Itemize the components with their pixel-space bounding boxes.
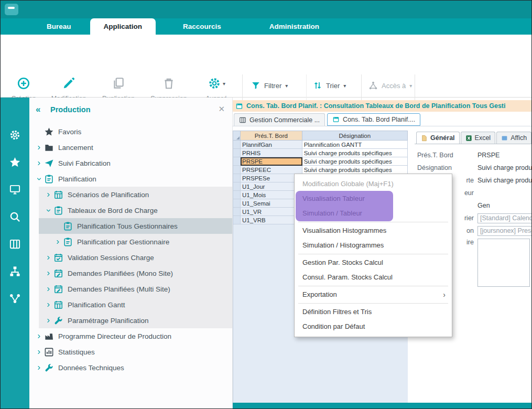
column-header-designation[interactable]: Désignation bbox=[302, 131, 408, 141]
cell-pres-t-bord[interactable]: PRSPESe bbox=[241, 174, 302, 182]
modules-dashboard-icon[interactable] bbox=[9, 238, 21, 250]
active-cell-prspe[interactable]: PRSPE bbox=[241, 157, 302, 166]
chevron-right-icon[interactable] bbox=[43, 303, 53, 307]
doc-tab-gestion-commerciale[interactable]: Gestion Commerciale ... bbox=[234, 113, 325, 126]
row-selector-cell[interactable] bbox=[233, 191, 241, 199]
cell-designation[interactable]: Suivi charge produits spécifiques bbox=[302, 157, 408, 166]
cell-pres-t-bord[interactable]: U1_VRB bbox=[241, 216, 302, 224]
trier-button[interactable]: Trier ▾ bbox=[313, 79, 346, 92]
menu-tab-application[interactable]: Application bbox=[90, 18, 156, 35]
calendar-grid-icon bbox=[53, 300, 63, 310]
tree-item-statistiques[interactable]: Statistiques bbox=[29, 344, 232, 360]
row-selector-cell[interactable] bbox=[233, 166, 241, 174]
cell-designation[interactable]: Suivi charge produits spécifiques bbox=[302, 166, 408, 174]
chevron-right-icon[interactable] bbox=[43, 192, 53, 197]
cell-pres-t-bord[interactable]: PlannifGan bbox=[241, 141, 302, 149]
tree-item-validation-sessions-charge[interactable]: Validation Sessions Charge bbox=[29, 250, 232, 265]
table-row[interactable]: PRSPEEC Suivi charge produits spécifique… bbox=[233, 166, 408, 174]
settings-gear-icon[interactable] bbox=[9, 129, 21, 141]
chevron-right-icon[interactable] bbox=[34, 365, 44, 370]
chevron-right-icon[interactable] bbox=[34, 350, 44, 354]
chevron-down-icon[interactable] bbox=[43, 208, 53, 213]
workflow-icon[interactable] bbox=[9, 293, 21, 305]
column-header-pres-t-bord[interactable]: Prés.T. Bord bbox=[241, 131, 302, 141]
cell-pres-t-bord[interactable]: PRSPEEC bbox=[241, 166, 302, 174]
chevron-right-icon[interactable] bbox=[34, 161, 44, 166]
chevron-right-icon[interactable] bbox=[43, 318, 53, 323]
cell-pres-t-bord[interactable]: U1_Mois bbox=[241, 191, 302, 199]
detail-tab-general[interactable]: Général bbox=[416, 132, 460, 144]
tree-item-planification[interactable]: Planification bbox=[29, 171, 232, 187]
tree-item-scenarios-de-planification[interactable]: Scénarios de Planification bbox=[29, 187, 232, 202]
table-row-selected[interactable]: PRSPE Suivi charge produits spécifiques bbox=[233, 157, 408, 166]
chevron-right-icon[interactable] bbox=[34, 145, 44, 150]
tree-item-tableaux-de-bord-de-charge[interactable]: Tableaux de Bord de Charge bbox=[29, 202, 232, 218]
menu-item-simulation-tableur[interactable]: Simulation / Tableur bbox=[295, 206, 452, 221]
tree-item-programme-directeur-de-production[interactable]: Programme Directeur de Production bbox=[29, 328, 232, 344]
tree-item-suivi-fabrication[interactable]: Suivi Fabrication bbox=[29, 155, 232, 171]
menu-tab-bureau[interactable]: Bureau bbox=[33, 18, 85, 35]
tree-item-demandes-planifiees-mono-site[interactable]: Demandes Planifiées (Mono Site) bbox=[29, 265, 232, 281]
select-all-corner[interactable] bbox=[233, 131, 241, 141]
menu-item-condition-par-defaut[interactable]: Condition par Défaut bbox=[295, 319, 452, 334]
exception-input[interactable]: [joursnonex] Preser bbox=[477, 226, 532, 236]
filtrer-button[interactable]: Filtrer ▾ bbox=[251, 79, 288, 92]
row-selector-cell[interactable] bbox=[233, 141, 241, 149]
tree-item-lancement[interactable]: Lancement bbox=[29, 139, 232, 155]
row-selector-cell[interactable] bbox=[233, 199, 241, 208]
detail-tab-affichage[interactable]: Affich bbox=[496, 132, 531, 144]
chevron-right-icon[interactable] bbox=[43, 287, 53, 292]
doc-tab-label: Gestion Commerciale ... bbox=[249, 116, 320, 124]
desktop-monitor-icon[interactable] bbox=[9, 184, 21, 196]
cell-pres-t-bord[interactable]: U1_Jour bbox=[241, 182, 302, 191]
sitemap-icon[interactable] bbox=[9, 265, 21, 277]
chevron-right-icon[interactable] bbox=[43, 255, 53, 260]
menu-item-gestion-par-stocks-calcul[interactable]: Gestion Par. Stocks Calcul bbox=[295, 255, 452, 270]
row-selector-cell[interactable] bbox=[233, 149, 241, 157]
table-row[interactable]: PlannifGan Plannification GANTT bbox=[233, 141, 408, 149]
cell-designation[interactable]: Suivi charge produits spécifiques bbox=[302, 149, 408, 157]
collapse-panel-icon[interactable]: « bbox=[36, 104, 40, 115]
tree-item-favoris[interactable]: Favoris bbox=[29, 124, 232, 139]
cell-pres-t-bord[interactable]: U1_VR bbox=[241, 208, 302, 216]
chevron-down-icon[interactable] bbox=[34, 177, 44, 181]
row-selector-cell[interactable] bbox=[233, 208, 241, 216]
menu-item-consul-param-stocks-calcul[interactable]: Consul. Param. Stocks Calcul bbox=[295, 270, 452, 285]
tree-item-planification-par-gestionnaire[interactable]: Planification par Gestionnaire bbox=[29, 234, 232, 250]
row-selector-cell[interactable] bbox=[233, 174, 241, 182]
search-icon[interactable] bbox=[9, 211, 21, 223]
tree-item-label: Planification par Gestionnaire bbox=[77, 238, 169, 246]
menu-item-visualisation-tableur[interactable]: Visualisation Tableur bbox=[295, 191, 452, 206]
row-selector-cell[interactable] bbox=[233, 157, 241, 166]
cell-pres-t-bord[interactable]: PRHIS bbox=[241, 149, 302, 157]
acces-a-button[interactable]: Accès à ▾ bbox=[368, 79, 412, 92]
field-label: Prés.T. Bord bbox=[417, 152, 474, 159]
tree-item-planification-gantt[interactable]: Planification Gantt bbox=[29, 297, 232, 313]
tree-item-planification-tous-gestionnaires[interactable]: Planification Tous Gestionnaires bbox=[29, 218, 232, 234]
tree-item-parametrage-planification[interactable]: Paramétrage Planification bbox=[29, 313, 232, 328]
menu-item-visualisation-histogrammes[interactable]: Visualisation Histogrammes bbox=[295, 223, 452, 238]
chevron-right-icon[interactable] bbox=[52, 240, 63, 244]
detail-tab-bar: Général Excel Affich bbox=[415, 131, 532, 144]
tree-item-demandes-planifiees-multi-site[interactable]: Demandes Planifiées (Multi Site) bbox=[29, 281, 232, 297]
chevron-right-icon[interactable] bbox=[34, 334, 44, 339]
menu-item-simulation-histogrammes[interactable]: Simulation / Histogrammes bbox=[295, 238, 452, 253]
menu-item-exportation[interactable]: Exportation › bbox=[295, 287, 452, 302]
cell-pres-t-bord[interactable]: U1_Semai bbox=[241, 199, 302, 208]
close-icon[interactable]: ✕ bbox=[218, 104, 225, 114]
detail-tab-excel[interactable]: Excel bbox=[461, 132, 496, 144]
row-selector-cell[interactable] bbox=[233, 182, 241, 191]
menu-item-modification-globale[interactable]: Modification Globale (Maj+F1) bbox=[295, 177, 452, 191]
doc-tab-cons-tab-bord-planif[interactable]: Cons. Tab. Bord Planif.... bbox=[327, 113, 420, 126]
menu-item-definition-filtres-et-tris[interactable]: Définition Filtres et Tris bbox=[295, 305, 452, 319]
menu-tab-raccourcis[interactable]: Raccourcis bbox=[169, 18, 235, 35]
menu-tab-administration[interactable]: Administration bbox=[256, 18, 333, 35]
cell-designation[interactable]: Plannification GANTT bbox=[302, 141, 408, 149]
tree-item-donnees-techniques[interactable]: Données Techniques bbox=[29, 360, 232, 375]
calendrier-input[interactable]: [Standard] Calendri bbox=[477, 213, 532, 223]
row-selector-cell[interactable] bbox=[233, 216, 241, 224]
commentaire-textarea[interactable] bbox=[477, 239, 530, 287]
table-row[interactable]: PRHIS Suivi charge produits spécifiques bbox=[233, 149, 408, 157]
chevron-right-icon[interactable] bbox=[43, 271, 53, 276]
favorites-star-icon[interactable] bbox=[9, 156, 21, 168]
